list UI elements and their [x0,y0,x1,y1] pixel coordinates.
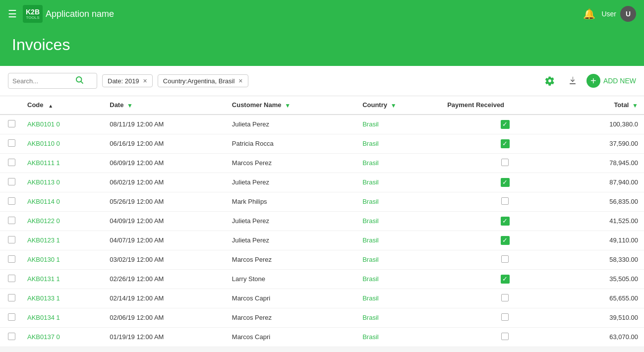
row-checkbox[interactable] [8,197,15,205]
row-checkbox[interactable] [8,236,15,243]
row-checkbox-cell[interactable] [0,327,21,347]
table-row: AKB0110 0 06/16/19 12:00 AM Patricia Roc… [0,134,644,153]
payment-checkbox-checked[interactable]: ✓ [501,178,510,187]
row-payment[interactable]: ✓ [441,134,569,153]
country-filter-chip[interactable]: Country:Argentina, Brasil × [158,74,248,87]
row-checkbox[interactable] [8,178,15,185]
col-total[interactable]: Total ▼ [569,96,644,115]
row-payment[interactable] [441,192,569,211]
row-checkbox-cell[interactable] [0,250,21,269]
row-payment[interactable] [441,327,569,347]
payment-checkbox[interactable] [501,159,509,166]
date-filter-icon[interactable]: ▼ [127,102,133,109]
row-checkbox-cell[interactable] [0,231,21,250]
row-checkbox[interactable] [8,255,15,263]
row-code[interactable]: AKB0134 1 [21,308,104,327]
payment-checkbox[interactable] [501,333,509,340]
row-checkbox[interactable] [8,294,15,301]
row-code[interactable]: AKB0131 1 [21,269,104,289]
add-new-button[interactable]: + ADD NEW [586,74,636,88]
row-code[interactable]: AKB0137 0 [21,327,104,347]
col-date[interactable]: Date ▼ [104,96,226,115]
avatar[interactable]: U [620,6,636,22]
payment-checkbox-checked[interactable]: ✓ [501,120,510,129]
search-box[interactable] [8,73,97,89]
row-code[interactable]: AKB0113 0 [21,173,104,192]
row-code[interactable]: AKB0130 1 [21,250,104,269]
row-checkbox-cell[interactable] [0,308,21,327]
menu-icon[interactable]: ☰ [8,8,17,20]
row-checkbox-cell[interactable] [0,153,21,173]
row-checkbox[interactable] [8,120,15,127]
row-customer: Patricia Rocca [226,134,356,153]
row-checkbox[interactable] [8,159,15,166]
row-payment[interactable]: ✓ [441,211,569,231]
date-filter-chip[interactable]: Date: 2019 × [102,74,153,87]
row-country: Brasil [356,231,441,250]
row-checkbox-cell[interactable] [0,115,21,134]
row-checkbox-cell[interactable] [0,211,21,231]
row-payment[interactable] [441,289,569,308]
col-customer[interactable]: Customer Name ▼ [226,96,356,115]
settings-button[interactable] [541,72,559,90]
date-filter-remove-icon[interactable]: × [143,77,147,85]
col-code[interactable]: Code [21,96,104,115]
total-filter-icon[interactable]: ▼ [632,102,638,109]
row-checkbox-cell[interactable] [0,289,21,308]
row-checkbox[interactable] [8,313,15,321]
row-code[interactable]: AKB0101 0 [21,115,104,134]
download-button[interactable] [564,72,582,90]
row-code[interactable]: AKB0114 0 [21,192,104,211]
row-checkbox[interactable] [8,139,15,147]
row-payment[interactable]: ✓ [441,173,569,192]
customer-filter-icon[interactable]: ▼ [285,102,291,109]
row-country: Brasil [356,134,441,153]
invoices-table-wrap: Code Date ▼ Customer Name ▼ Country ▼ Pa… [0,96,644,347]
row-date: 02/06/19 12:00 AM [104,308,226,327]
payment-checkbox[interactable] [501,313,509,321]
payment-checkbox-checked[interactable]: ✓ [501,275,510,284]
payment-checkbox[interactable] [501,294,509,301]
payment-checkbox[interactable] [501,255,509,263]
row-payment[interactable]: ✓ [441,269,569,289]
row-code[interactable]: AKB0110 0 [21,134,104,153]
payment-checkbox[interactable] [501,197,509,205]
add-new-label: ADD NEW [603,77,636,85]
row-code[interactable]: AKB0133 1 [21,289,104,308]
row-code[interactable]: AKB0123 1 [21,231,104,250]
row-checkbox[interactable] [8,275,15,282]
payment-checkbox-checked[interactable]: ✓ [501,236,510,245]
row-payment[interactable] [441,308,569,327]
row-checkbox-cell[interactable] [0,192,21,211]
row-payment[interactable] [441,250,569,269]
col-payment-label: Payment Received [447,101,504,109]
row-checkbox-cell[interactable] [0,269,21,289]
row-checkbox-cell[interactable] [0,134,21,153]
table-row: AKB0113 0 06/02/19 12:00 AM Julieta Pere… [0,173,644,192]
country-filter-icon[interactable]: ▼ [391,102,397,109]
svg-line-1 [81,81,83,83]
row-payment[interactable]: ✓ [441,231,569,250]
user-menu[interactable]: User U [601,6,636,22]
row-country: Brasil [356,289,441,308]
payment-checkbox-checked[interactable]: ✓ [501,217,510,226]
search-input[interactable] [12,77,72,85]
row-checkbox-cell[interactable] [0,173,21,192]
user-label: User [601,10,616,18]
row-country: Brasil [356,153,441,173]
col-code-label: Code [27,101,44,109]
date-filter-label: Date: 2019 [108,77,139,85]
row-checkbox[interactable] [8,333,15,340]
row-code[interactable]: AKB0122 0 [21,211,104,231]
row-checkbox[interactable] [8,217,15,224]
row-payment[interactable]: ✓ [441,115,569,134]
search-icon[interactable] [75,75,84,86]
row-date: 01/19/19 12:00 AM [104,327,226,347]
col-country[interactable]: Country ▼ [356,96,441,115]
code-sort-icon[interactable] [47,102,53,109]
country-filter-remove-icon[interactable]: × [238,77,242,85]
row-code[interactable]: AKB0111 1 [21,153,104,173]
notifications-bell-icon[interactable]: 🔔 [583,8,595,20]
row-payment[interactable] [441,153,569,173]
payment-checkbox-checked[interactable]: ✓ [501,139,510,148]
